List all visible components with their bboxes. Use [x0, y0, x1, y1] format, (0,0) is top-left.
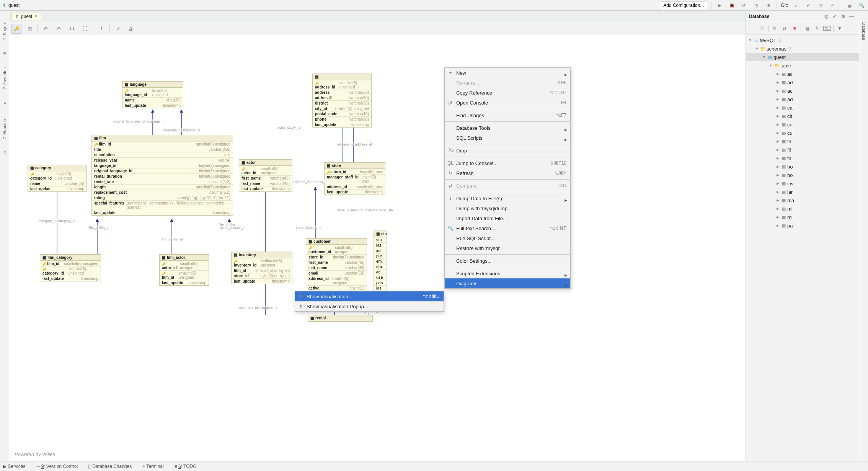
- ctx-open-console[interactable]: QLOpen ConsoleF4: [445, 98, 570, 108]
- ctx-refresh[interactable]: ↻Refresh⌥⌘Y: [445, 168, 570, 178]
- git-revert-icon[interactable]: ↶: [829, 1, 837, 10]
- entity-address[interactable]: ▦address_idsmallint(5) unsignedaddressva…: [312, 74, 372, 128]
- ctx-dump-with-mysqldump-[interactable]: Dump with 'mysqldump': [445, 203, 570, 213]
- ctx-import-data-from-file-[interactable]: Import Data from File...: [445, 213, 570, 223]
- tree-table[interactable]: ▶▦fil: [746, 154, 859, 162]
- ctx-restore-with-mysql-[interactable]: Restore with 'mysql': [445, 243, 570, 253]
- ctx-dump-data-to-file-s-[interactable]: ⤓Dump Data to File(s): [445, 193, 570, 203]
- tab-todo[interactable]: ≡ 6: TODO: [175, 464, 197, 469]
- ctx-database-tools[interactable]: Database Tools: [445, 123, 570, 133]
- duplicate-icon[interactable]: ⿻: [758, 26, 766, 31]
- tree-table[interactable]: ▶▦fil: [746, 146, 859, 154]
- ctx-jump-to-console-[interactable]: QLJump to Console...⇧⌘F10: [445, 158, 570, 168]
- tree-table[interactable]: ▶▦mi: [746, 204, 859, 213]
- tab-structure[interactable]: 7: Structure: [2, 118, 7, 139]
- expand-icon[interactable]: ⤢: [830, 14, 839, 19]
- tab-project[interactable]: 1: Project: [2, 22, 7, 40]
- tab-database[interactable]: Database: [861, 22, 866, 40]
- filter-icon[interactable]: ▼: [836, 26, 844, 31]
- editor-tab-guest[interactable]: ⬍ guest ✕: [11, 13, 41, 20]
- gear-icon[interactable]: ⚙: [839, 14, 847, 19]
- entity-film_actor[interactable]: ▦film_actoractor_idsmallint(5) unsignedf…: [159, 254, 209, 286]
- add-configuration-button[interactable]: Add Configuration...: [660, 2, 707, 9]
- entity-film_category[interactable]: ▦film_categoryfilm_idsmallint(5) unsigne…: [40, 254, 101, 281]
- profile-icon[interactable]: ◷: [752, 1, 760, 10]
- entity-language[interactable]: ▦languagelanguage_idtinyint(3) unsignedn…: [122, 81, 183, 108]
- tree-table[interactable]: ▶▦ac: [746, 70, 859, 78]
- tree-table[interactable]: ▶▦cu: [746, 129, 859, 137]
- coverage-icon[interactable]: ⟳: [740, 1, 748, 10]
- zoom-out-icon[interactable]: ⊖: [54, 24, 64, 34]
- debug-icon[interactable]: 🐞: [728, 1, 736, 10]
- tree-table[interactable]: ▶▦pa: [746, 221, 859, 230]
- tree-table[interactable]: ▶▦inv: [746, 179, 859, 188]
- search-icon[interactable]: 🔍: [857, 1, 866, 10]
- ctx-scripted-extensions[interactable]: Scripted Extensions: [445, 268, 570, 278]
- run-icon[interactable]: ▶: [715, 1, 724, 10]
- tab-terminal[interactable]: ⌖ Terminal: [142, 464, 163, 469]
- zoom-reset-icon[interactable]: 1:1: [67, 24, 77, 34]
- all-columns-icon[interactable]: ▤: [24, 24, 34, 34]
- git-commit-icon[interactable]: ✔: [804, 1, 813, 10]
- entity-inventory[interactable]: ▦inventoryinventory_idmediumint(8) unsig…: [231, 252, 292, 284]
- key-columns-icon[interactable]: 🔑: [11, 24, 21, 34]
- ctx-compare[interactable]: ⇄Compare⌘D: [445, 181, 570, 191]
- entity-category[interactable]: ▦categorycategory_idtinyint(3) unsignedn…: [28, 165, 87, 192]
- print-icon[interactable]: 🖨: [126, 24, 136, 34]
- tree-table[interactable]: ▶▦ho: [746, 171, 859, 179]
- export-icon[interactable]: ↗: [113, 24, 123, 34]
- ide-scratch-icon[interactable]: ▣: [845, 1, 853, 10]
- table-view-icon[interactable]: ▦: [803, 26, 811, 31]
- add-icon[interactable]: ＋: [748, 25, 756, 31]
- entity-staff[interactable]: ▦stastalasadpicemstoacusepaslaspas: [374, 231, 387, 296]
- git-pull-icon[interactable]: ↙: [792, 1, 800, 10]
- tree-table[interactable]: ▶▦co: [746, 120, 859, 129]
- entity-film[interactable]: ▦filmfilm_idsmallint(5) unsignedtitlevar…: [91, 135, 233, 216]
- ctx-full-text-search-[interactable]: 🔍Full-text Search...⌥⇧⌘F: [445, 223, 570, 233]
- tree-table[interactable]: ▶▦ma: [746, 196, 859, 204]
- tree-table[interactable]: ▶▦lar: [746, 188, 859, 196]
- edit-icon[interactable]: ✎: [813, 26, 821, 31]
- tree-mysql[interactable]: ▼⛁MySQL2: [746, 36, 859, 44]
- zoom-in-icon[interactable]: ⊕: [41, 24, 51, 34]
- tree-table[interactable]: ▶▦ho: [746, 162, 859, 171]
- tree-schemas[interactable]: ▼📁schemas2: [746, 44, 859, 53]
- console-ql-icon[interactable]: QL: [823, 26, 831, 31]
- tab-favorites[interactable]: 2: Favorites: [2, 67, 7, 89]
- tree-table[interactable]: ▶▦ad: [746, 95, 859, 103]
- tree-guest[interactable]: ▼▦guest: [746, 53, 859, 61]
- ctx-copy-reference[interactable]: Copy Reference⌥⇧⌘C: [445, 88, 570, 98]
- ctx-run-sql-script-[interactable]: Run SQL Script...: [445, 233, 570, 243]
- tree-table[interactable]: ▶▦mi: [746, 213, 859, 221]
- stop-icon[interactable]: ■: [764, 1, 773, 10]
- ctx-find-usages[interactable]: Find Usages⌥F7: [445, 110, 570, 120]
- tree-tables[interactable]: ▼📁table: [746, 61, 859, 70]
- git-history-icon[interactable]: ◷: [816, 1, 825, 10]
- stop-sync-icon[interactable]: ■: [791, 26, 798, 31]
- ctx-sub-show-visualisation-[interactable]: ⬍Show Visualisation...⌥⇧⌘U: [295, 291, 444, 301]
- entity-rental[interactable]: ▦rental: [308, 315, 373, 322]
- ctx-sub-show-visualisation-popup-[interactable]: ⬍Show Visualisation Popup...: [295, 301, 444, 311]
- ctx-new[interactable]: +New: [445, 68, 570, 78]
- sync-icon[interactable]: ⇄: [781, 26, 788, 31]
- tree-table[interactable]: ▶▦cit: [746, 112, 859, 120]
- tree-table[interactable]: ▶▦ac: [746, 87, 859, 95]
- entity-actor[interactable]: ▦actoractor_idsmallint(5) unsignedfirst_…: [239, 159, 292, 192]
- tab-db-changes[interactable]: ⌸ Database Changes: [88, 464, 132, 469]
- tab-services[interactable]: ▶ Services: [3, 464, 25, 469]
- tree-table[interactable]: ▶▦ad: [746, 78, 859, 87]
- close-icon[interactable]: ✕: [34, 14, 38, 19]
- target-icon[interactable]: ◎: [822, 14, 830, 19]
- ctx-diagrams[interactable]: Diagrams: [445, 278, 570, 288]
- diagram-canvas[interactable]: Powered by yFiles ▦languagelanguage_idti…: [9, 35, 746, 461]
- ctx-rename-[interactable]: Rename...⇧F6: [445, 78, 570, 88]
- hide-icon[interactable]: —: [847, 14, 856, 19]
- tab-vcs[interactable]: ⇒ 9: Version Control: [36, 464, 78, 469]
- tree-table[interactable]: ▶▦ca: [746, 103, 859, 112]
- tree-table[interactable]: ▶▦fil: [746, 137, 859, 146]
- fit-content-icon[interactable]: ⛶: [80, 24, 90, 34]
- entity-store[interactable]: ▦storestore_idtinyint(3) unsimanager_sta…: [324, 162, 385, 195]
- layout-icon[interactable]: ⤴: [96, 24, 106, 34]
- ctx-drop[interactable]: ⌦Drop: [445, 146, 570, 155]
- context-submenu-diagrams[interactable]: ⬍Show Visualisation...⌥⇧⌘U⬍Show Visualis…: [295, 291, 444, 312]
